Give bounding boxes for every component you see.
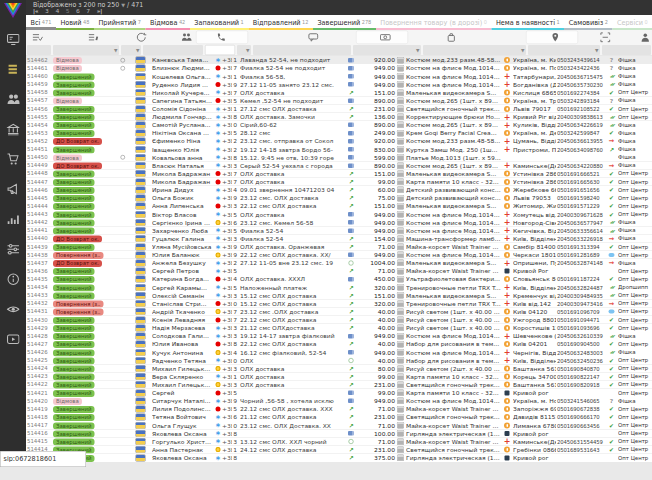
order-comment[interactable]: 24.12 смс ОЛХ доставка	[240, 446, 341, 454]
order-row[interactable]: 514445ЗавершенийОльга Божик*+380923.12 с…	[26, 194, 652, 202]
status-badge[interactable]: Відмова	[53, 65, 82, 72]
product-name[interactable]: Набор для рисования в темнот	[406, 356, 501, 364]
order-row[interactable]: 514439ЗавершенийУляна Мусійовська*+3809О…	[26, 243, 652, 251]
order-row[interactable]: 514420ВідмоваСитарчук Наталія Гр..*+3809…	[26, 397, 652, 405]
order-row[interactable]: 514416ЗавершенийЯковлева Оксана*+3808100…	[26, 429, 652, 437]
product-name[interactable]: Майка-корсет Waist Trainer *142	[406, 405, 501, 413]
filter-select[interactable]	[253, 45, 351, 55]
status-badge[interactable]: Відмова	[53, 398, 82, 405]
client-phone[interactable]: +380	[222, 381, 232, 389]
order-comment[interactable]: ОЛХ доставка. Оранжевая	[240, 243, 341, 251]
sidebar-orders-list-icon[interactable]	[0, 54, 26, 84]
tab-7[interactable]: Повернення товару (в дорозі)0	[376, 15, 492, 30]
order-comment[interactable]: Кемел ,52-54 не подходит	[240, 97, 341, 105]
status-badge[interactable]: Відмова	[53, 154, 82, 161]
page-3-button[interactable]: 3	[45, 8, 49, 15]
client-name[interactable]: Яковлева Оксана	[152, 429, 212, 437]
tracking-number[interactable]: 0501691281689	[557, 251, 606, 259]
order-row[interactable]: 514419ЗавершенийЛилия Подолинская+380522…	[26, 405, 652, 413]
client-name[interactable]: Віктор Власов	[152, 210, 212, 218]
product-name[interactable]: Костюм на флисе Мод.1014 (1ш	[406, 80, 501, 88]
status-badge[interactable]: Завершений	[53, 244, 95, 251]
product-name[interactable]: Костюм на флисе Мод.1014 (1ш	[406, 348, 501, 356]
client-name[interactable]: Кучук Антонина	[152, 348, 212, 356]
order-row[interactable]: 514454ЗавершенийСамотій Руслана Во..*+38…	[26, 121, 652, 129]
client-name[interactable]: Руденко Лидия Пав..	[152, 80, 212, 88]
order-row[interactable]: 514437ДО Возврат ок.Анжела Безушку*+3802…	[26, 259, 652, 267]
status-badge[interactable]: ДО Возврат ок.	[53, 163, 102, 170]
status-badge[interactable]: Завершений	[53, 341, 95, 348]
product-name[interactable]: Костюм на флисе Мод.1014 (1ш	[406, 332, 501, 340]
client-phone[interactable]: +380	[222, 178, 232, 186]
page-4-button[interactable]: 4	[55, 8, 59, 15]
order-row[interactable]: 514461ВідмоваБлизнюк Людмила ..+3807Фиал…	[26, 64, 652, 72]
tracking-number[interactable]: 20450634098760	[557, 145, 606, 153]
product-name[interactable]: Костюм мод.233 разм.48-58 (1	[406, 137, 501, 145]
client-name[interactable]: Анжела Безушку	[152, 259, 212, 267]
status-badge[interactable]: Завершений	[53, 333, 95, 340]
client-name[interactable]: Тетяна Войтович	[152, 413, 212, 421]
client-name[interactable]: Станіслав Стрижак	[152, 300, 212, 308]
filter-select[interactable]: ▼	[121, 45, 141, 55]
order-comment[interactable]: 19.12 14-18 завтра Бордо 56-	[240, 145, 341, 153]
sidebar-eye-icon[interactable]	[0, 294, 26, 324]
product-name[interactable]: Светящийся гоночный трек Ма	[406, 105, 501, 113]
product-name[interactable]: Костюм на флисе Мод.1014 (1ш	[406, 227, 501, 235]
tracking-number[interactable]: 0501691598240	[557, 194, 606, 202]
client-name[interactable]: Михаил Гилецький	[152, 365, 212, 373]
product-name[interactable]: Крем Goqi Berry Facial Cream *3	[406, 129, 501, 137]
order-comment[interactable]: ОЛХ доставка	[240, 178, 341, 186]
filter-select[interactable]: ▼	[237, 45, 251, 55]
order-comment[interactable]: ОЛХ доставка. ХХХЛ	[240, 275, 341, 283]
client-phone[interactable]: +380	[222, 113, 232, 121]
tracking-number[interactable]: 20450631554459	[557, 438, 606, 446]
sidebar-stats-icon[interactable]	[0, 204, 26, 234]
product-name[interactable]: Костюм мод.233 разм.48-58 (1	[406, 56, 501, 64]
client-name[interactable]: Николай Кучеренко	[152, 89, 212, 97]
order-comment[interactable]: 13.12 смс ОЛХ. ХХЛ чорний	[240, 438, 341, 446]
order-comment[interactable]: ОЛХ доставка	[240, 89, 341, 97]
client-phone[interactable]: +380	[222, 194, 232, 202]
client-phone[interactable]: +380	[222, 454, 232, 462]
client-phone[interactable]: +380	[222, 97, 232, 105]
client-phone[interactable]: +380	[222, 308, 232, 316]
order-row[interactable]: 514443ЗавершенийВіктор Власов*+3805ОЛХ д…	[26, 210, 652, 218]
tracking-number[interactable]: 0501691313394	[557, 243, 606, 251]
client-phone[interactable]: +380	[222, 267, 232, 275]
product-name[interactable]: Костюм на флисе Мод.1014 (1ш	[406, 64, 501, 72]
client-phone[interactable]: +380	[222, 105, 232, 113]
order-row[interactable]: 514434ЗавершенийСергей Карамышев*+3805На…	[26, 283, 652, 291]
order-row[interactable]: 514423ЗавершенийВера Скляренко*+3801ОЛХ …	[26, 373, 652, 381]
order-comment[interactable]: 15.12. 9:45 не отв, 10:39 горе	[240, 153, 341, 161]
sidebar-clients-icon[interactable]	[0, 84, 26, 114]
column-pin-icon[interactable]	[550, 32, 561, 43]
tracking-number[interactable]: 20450635730230	[557, 80, 606, 88]
tracking-number[interactable]: 20400309484935	[557, 291, 606, 299]
status-badge[interactable]: Завершений	[53, 357, 95, 364]
status-badge[interactable]: Завершений	[53, 349, 95, 356]
sidebar-info-icon[interactable]	[0, 264, 26, 294]
column-edit-list-icon[interactable]	[88, 32, 99, 43]
order-comment[interactable]: Фиалка 56-58,	[240, 72, 341, 80]
status-badge[interactable]: Завершений	[53, 187, 95, 194]
product-name[interactable]: Светящийся гоночный трек Ма	[406, 446, 501, 454]
tracking-number[interactable]: 0501691651656	[557, 186, 606, 194]
tab-4[interactable]: Запакований1	[190, 15, 248, 30]
order-row[interactable]: 514421ЗавершенийСергей+380599.00Карта па…	[26, 389, 652, 397]
product-name[interactable]: Куртка Замш Мод. 250 (1шт. х 8	[406, 145, 501, 153]
status-badge[interactable]: Завершений	[53, 374, 95, 381]
tracking-number[interactable]: 20450636715475	[557, 72, 606, 80]
tracking-number[interactable]: 0501690672838	[557, 405, 606, 413]
client-name[interactable]: Яковлева Оксана	[152, 454, 212, 462]
status-badge[interactable]: Завершений	[53, 228, 95, 235]
order-comment[interactable]: 19.12 14-17 завтра фіалковий	[240, 332, 341, 340]
filter-select[interactable]	[27, 45, 51, 55]
order-row[interactable]: 514456ЗавершенийСоломія Сідоніна*+380127…	[26, 105, 652, 113]
tracking-number[interactable]: 20400309473416	[557, 300, 606, 308]
order-comment[interactable]: ОЛХ доставка	[240, 210, 341, 218]
product-name[interactable]: Рисуй светом (2шт. х 40.00 = 80	[406, 365, 501, 373]
order-comment[interactable]: Фиалка 52-54 не подходит	[240, 64, 341, 72]
order-comment[interactable]: Чорний ,56-58 , хотела исклю	[240, 397, 341, 405]
tab-10[interactable]: Сервіси0	[612, 15, 652, 30]
client-phone[interactable]: +380	[222, 259, 232, 267]
